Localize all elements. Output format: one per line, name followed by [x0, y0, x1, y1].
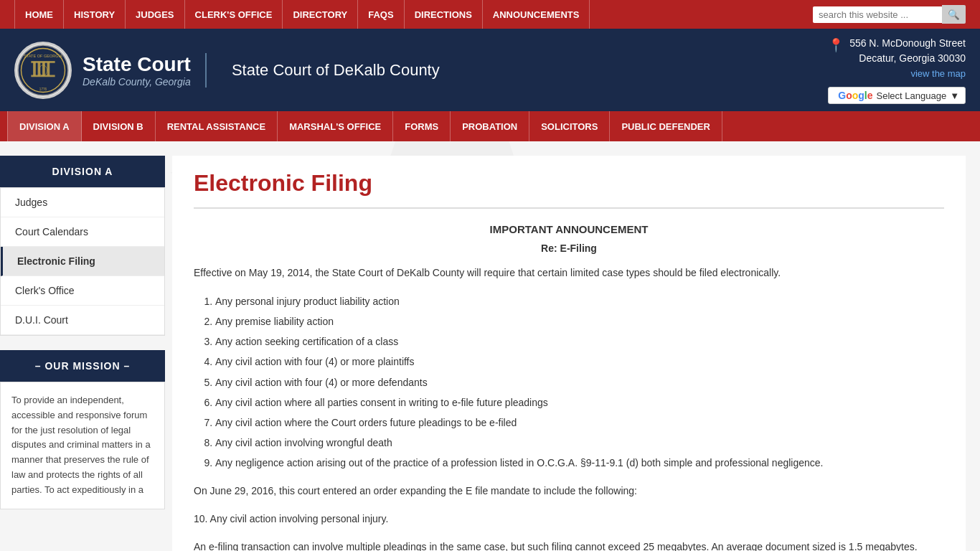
court-title-block: State Court DeKalb County, Georgia	[83, 53, 207, 88]
search-button[interactable]: 🔍	[942, 5, 966, 24]
announcement-heading: IMPORTANT ANNOUNCEMENT	[194, 223, 944, 235]
search-input[interactable]	[813, 6, 942, 23]
nav-clerks-office[interactable]: CLERK'S OFFICE	[185, 0, 283, 29]
expand-text: On June 29, 2016, this court entered an …	[194, 483, 944, 500]
list-item: Any civil action involving wrongful deat…	[215, 434, 944, 452]
list-item: Any civil action with four (4) or more p…	[215, 353, 944, 371]
court-full-name-block: State Court of DeKalb County	[217, 61, 440, 80]
dropdown-arrow-icon: ▼	[950, 90, 959, 101]
location-icon: 📍	[828, 37, 844, 53]
secondary-nav-marshals-office[interactable]: MARSHAL'S OFFICE	[278, 111, 393, 141]
list-item: Any action seeking certification of a cl…	[215, 333, 944, 351]
list-item: Any civil action where the Court orders …	[215, 414, 944, 432]
sidebar-link-dui-court[interactable]: D.U.I. Court	[1, 306, 164, 335]
svg-text:1776: 1776	[39, 87, 47, 90]
nav-directory[interactable]: DIRECTORY	[283, 0, 358, 29]
announcement-sub: Re: E-Filing	[194, 242, 944, 254]
address-block: 📍 556 N. McDonough Street Decatur, Georg…	[828, 36, 966, 81]
top-navigation: HOME HISTORY JUDGES CLERK'S OFFICE DIREC…	[0, 0, 980, 29]
header-right: 📍 556 N. McDonough Street Decatur, Georg…	[828, 36, 966, 104]
nav-faqs[interactable]: FAQS	[358, 0, 404, 29]
secondary-nav-public-defender[interactable]: PUBLIC DEFENDER	[610, 111, 722, 141]
secondary-nav-probation[interactable]: PROBATION	[451, 111, 529, 141]
search-box: 🔍	[813, 5, 966, 24]
sidebar: DIVISION A Judges Court Calendars Electr…	[0, 141, 165, 551]
nav-judges[interactable]: JUDGES	[126, 0, 184, 29]
main-content: DIVISION A Judges Court Calendars Electr…	[0, 141, 980, 551]
secondary-nav-division-b[interactable]: DIVISION B	[82, 111, 156, 141]
select-language-label: Select Language	[877, 90, 947, 101]
list-item: Any personal injury product liability ac…	[215, 293, 944, 311]
intro-text: Effective on May 19, 2014, the State Cou…	[194, 265, 944, 282]
view-map-link[interactable]: view the map	[910, 68, 966, 79]
court-seal: STATE OF GEORGIA 1776	[14, 42, 72, 99]
address-line2: Decatur, Georgia 30030	[849, 51, 966, 66]
language-selector[interactable]: Google Select Language ▼	[828, 87, 966, 104]
sidebar-link-judges[interactable]: Judges	[1, 188, 164, 217]
svg-text:STATE OF GEORGIA: STATE OF GEORGIA	[24, 53, 62, 57]
sidebar-division-title: DIVISION A	[0, 156, 165, 187]
secondary-nav-solicitors[interactable]: SOLICITORS	[529, 111, 610, 141]
nav-home[interactable]: HOME	[14, 0, 64, 29]
address-text: 556 N. McDonough Street Decatur, Georgia…	[849, 36, 966, 81]
mission-section: – OUR MISSION – To provide an independen…	[0, 350, 165, 509]
court-name: State Court	[83, 53, 191, 76]
top-nav-links: HOME HISTORY JUDGES CLERK'S OFFICE DIREC…	[14, 0, 590, 29]
nav-announcements[interactable]: ANNOUNCEMENTS	[483, 0, 590, 29]
mission-text: To provide an independent, accessible an…	[0, 382, 165, 509]
nav-directions[interactable]: DIRECTIONS	[405, 0, 483, 29]
svg-rect-4	[33, 62, 36, 75]
list-item: Any negligence action arising out of the…	[215, 454, 944, 472]
mission-title: – OUR MISSION –	[0, 350, 165, 382]
secondary-nav-forms[interactable]: FORMS	[393, 111, 451, 141]
content-divider	[194, 207, 944, 209]
item-10: 10. Any civil action involving personal …	[194, 511, 944, 528]
address-line1: 556 N. McDonough Street	[849, 36, 966, 51]
sidebar-link-court-calendars[interactable]: Court Calendars	[1, 217, 164, 247]
secondary-nav-rental-assistance[interactable]: RENTAL ASSISTANCE	[156, 111, 278, 141]
svg-rect-9	[31, 75, 55, 77]
page-title: Electronic Filing	[194, 170, 944, 197]
header: STATE OF GEORGIA 1776 State Court DeKalb…	[0, 29, 980, 111]
nav-history[interactable]: HISTORY	[64, 0, 126, 29]
svg-rect-7	[47, 62, 50, 75]
court-subtitle: DeKalb County, Georgia	[83, 76, 191, 88]
google-logo: Google	[838, 90, 872, 101]
svg-rect-8	[31, 61, 55, 63]
list-item: Any civil action where all parties conse…	[215, 394, 944, 412]
sidebar-link-clerks-office[interactable]: Clerk's Office	[1, 276, 164, 306]
secondary-nav-division-a[interactable]: DIVISION A	[7, 111, 82, 141]
header-left: STATE OF GEORGIA 1776 State Court DeKalb…	[14, 42, 440, 99]
list-item: Any premise liability action	[215, 313, 944, 331]
sidebar-link-electronic-filing[interactable]: Electronic Filing	[1, 247, 164, 276]
court-full-name: State Court of DeKalb County	[217, 61, 440, 79]
filing-list: Any personal injury product liability ac…	[215, 293, 944, 473]
list-item: Any civil action with four (4) or more d…	[215, 374, 944, 392]
closing-text: An e-filing transaction can involve mult…	[194, 539, 944, 551]
content-area: Electronic Filing IMPORTANT ANNOUNCEMENT…	[172, 156, 966, 551]
sidebar-links: Judges Court Calendars Electronic Filing…	[0, 187, 165, 336]
secondary-navigation: DIVISION A DIVISION B RENTAL ASSISTANCE …	[0, 111, 980, 141]
svg-rect-6	[42, 62, 45, 75]
